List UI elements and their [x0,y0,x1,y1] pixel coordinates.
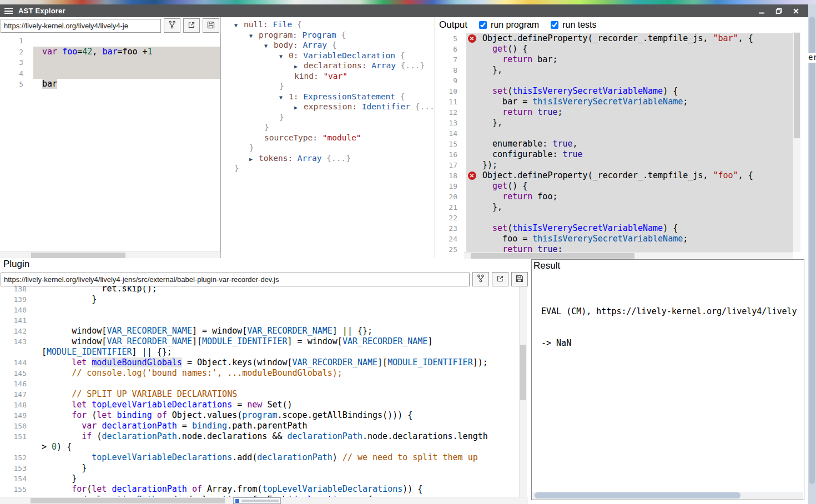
collapse-arrow-icon[interactable]: ▼ [279,93,289,103]
collapse-arrow-icon[interactable]: ▼ [234,21,244,31]
code-line[interactable]: 148 let topLevelVariableDeclarations = n… [0,400,519,410]
code-line[interactable]: 24 foo = thisIsVererySecretVariableName; [435,234,793,244]
run-tests-toggle[interactable]: run tests [551,20,596,30]
code-line[interactable]: 15 enumerable: true, [435,139,793,149]
output-vertical-scrollbar[interactable] [793,32,800,252]
collapse-arrow-icon[interactable]: ▼ [279,52,289,62]
code-line[interactable]: 20 return foo; [435,191,793,202]
code-line[interactable]: 17}); [435,160,793,170]
code-line[interactable]: 22 [435,213,793,223]
ast-node[interactable]: ▼body: Array { [221,40,435,51]
ast-node[interactable]: ▶declarations: Array {...} [221,61,435,71]
plugin-vertical-scrollbar[interactable] [519,286,527,497]
ast-node[interactable]: } [221,163,435,174]
code-line[interactable]: 138 ret.skip(); [0,286,519,294]
code-line[interactable]: 12 return true; [435,107,793,118]
plugin-open-external-button[interactable] [492,272,508,286]
run-tests-checkbox[interactable] [551,21,558,29]
code-line[interactable]: 145 // console.log('bound names:', ...mo… [0,368,519,379]
code-line[interactable]: [MODULE_IDENTIFIER] || {}; [0,347,519,357]
save-button[interactable] [203,18,219,33]
code-line[interactable]: 140 [0,305,519,315]
expand-arrow-icon[interactable]: ▶ [294,62,304,72]
code-line[interactable]: 154 } [0,473,519,484]
source-horizontal-scrollbar[interactable] [0,251,220,258]
code-line[interactable]: 153 } [0,463,519,473]
code-line[interactable]: 7 return bar; [435,54,793,65]
window-titlebar[interactable]: AST Explorer [0,4,808,17]
code-line[interactable]: 13 }, [435,118,793,128]
source-url-input[interactable] [1,19,161,33]
ast-node[interactable]: ▼program: Program { [221,30,435,41]
code-line[interactable]: 18✕Object.defineProperty(_recorder_.temp… [435,170,793,181]
code-line[interactable]: 149 for (let binding of Object.values(pr… [0,410,519,421]
code-line[interactable]: 21 }, [435,202,793,213]
source-editor[interactable]: 12var foo=42, bar=foo +1345bar [0,33,220,251]
plugin-url-input[interactable] [1,273,470,286]
collapse-arrow-icon[interactable]: ▼ [264,41,274,52]
code-line[interactable]: 146 [0,379,519,389]
expand-arrow-icon[interactable]: ▶ [249,154,259,165]
plugin-branch-button[interactable] [472,272,489,286]
output-editor[interactable]: 5✕Object.defineProperty(_recorder_.tempf… [435,32,793,252]
ast-node[interactable]: } [221,143,435,153]
run-program-toggle[interactable]: run program [479,20,539,30]
code-line[interactable]: 10 set(thisIsVererySecretVariableName) { [435,86,793,97]
error-icon[interactable]: ✕ [468,172,476,180]
code-line[interactable]: 143 window[VAR_RECORDER_NAME][MODULE_IDE… [0,336,519,347]
code-line[interactable]: 155 for(let declarationPath of Array.fro… [0,484,519,495]
code-line[interactable]: 144 let moduleBoundGlobals = Object.keys… [0,357,519,368]
code-line[interactable]: 147 // SPLIT UP VARIABLE DECLARATIONS [0,389,519,400]
scrollbar-thumb[interactable] [535,492,741,498]
ast-node[interactable]: ▼null: File { [221,19,435,30]
ast-node[interactable]: ▶tokens: Array {...} [221,153,435,164]
code-line[interactable]: 4 [0,68,220,79]
code-line[interactable]: 6 get() { [435,44,793,54]
close-button[interactable] [792,8,800,14]
ast-node[interactable]: ▼1: ExpressionStatement { [221,92,435,102]
maximize-button[interactable] [775,8,783,14]
scrollbar-thumb[interactable] [794,33,800,138]
code-line[interactable]: 16 configurable: true [435,149,793,160]
collapse-arrow-icon[interactable]: ▼ [249,31,259,42]
menu-icon[interactable] [4,8,13,14]
code-line[interactable]: 8 }, [435,65,793,75]
code-line[interactable]: 141 [0,315,519,326]
code-line[interactable]: 19 get() { [435,181,793,191]
ast-node[interactable]: ▼0: VariableDeclaration { [221,51,435,61]
scrollbar-thumb[interactable] [471,253,634,259]
code-line[interactable]: 2var foo=42, bar=foo +1 [0,47,220,58]
code-line[interactable]: 9 [435,75,793,86]
code-line[interactable]: 3 [0,57,220,68]
branch-button[interactable] [164,18,180,33]
result-horizontal-scrollbar[interactable] [532,492,803,499]
ast-node[interactable]: } [221,81,435,92]
scrollbar-thumb[interactable] [809,17,815,484]
open-external-button[interactable] [183,18,200,33]
plugin-editor[interactable]: 138 ret.skip();139 }140141142 window[VAR… [0,286,519,497]
ast-node[interactable]: } [221,122,435,133]
ast-node[interactable]: } [221,112,435,123]
code-line[interactable]: 5bar [0,79,220,90]
code-line[interactable]: 5✕Object.defineProperty(_recorder_.tempf… [435,33,793,44]
code-line[interactable]: 23 set(thisIsVererySecretVariableName) { [435,223,793,234]
ast-tree-pane[interactable]: ▼null: File {▼program: Program {▼body: A… [220,17,435,258]
code-line[interactable]: 150 var declarationPath = binding.path.p… [0,421,519,431]
window-vertical-scrollbar[interactable] [808,4,816,504]
code-line[interactable]: 139 } [0,294,519,305]
plugin-save-button[interactable] [511,272,528,286]
ast-node[interactable]: ▶expression: Identifier {...} [221,102,435,112]
code-line[interactable]: > 0) { [0,442,519,452]
code-line[interactable]: 14 [435,128,793,139]
minimize-button[interactable] [758,8,765,14]
output-horizontal-scrollbar[interactable] [464,252,793,259]
ast-node[interactable]: kind: "var" [221,71,435,82]
expand-arrow-icon[interactable]: ▶ [294,103,304,113]
code-line[interactable]: 11 bar = thisIsVererySecretVariableName; [435,97,793,107]
scrollbar-thumb[interactable] [31,253,125,258]
code-line[interactable]: 25 return true; [435,244,793,252]
code-line[interactable]: 1 [0,36,220,47]
scrollbar-thumb[interactable] [31,498,225,503]
error-icon[interactable]: ✕ [468,34,476,43]
bottom-edge-fragment[interactable] [233,497,281,504]
